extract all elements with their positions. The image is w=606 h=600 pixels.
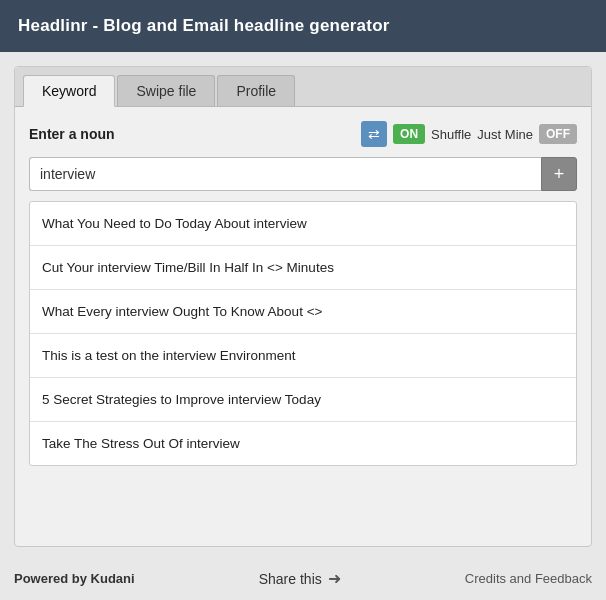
powered-by-brand: Kudani [91, 571, 135, 586]
app-header: Headlinr - Blog and Email headline gener… [0, 0, 606, 52]
share-this-button[interactable]: Share this ➜ [259, 569, 341, 588]
share-label: Share this [259, 571, 322, 587]
shuffle-icon-button[interactable]: ⇄ [361, 121, 387, 147]
controls-right: ⇄ ON Shuffle Just Mine OFF [361, 121, 577, 147]
noun-label: Enter a noun [29, 126, 361, 142]
headline-item[interactable]: Cut Your interview Time/Bill In Half In … [30, 246, 576, 290]
powered-by: Powered by Kudani [14, 571, 135, 586]
app-title: Headlinr - Blog and Email headline gener… [18, 16, 390, 35]
headline-item[interactable]: What You Need to Do Today About intervie… [30, 202, 576, 246]
noun-row: Enter a noun ⇄ ON Shuffle Just Mine OFF [29, 121, 577, 147]
shuffle-icon: ⇄ [368, 126, 380, 142]
headline-item[interactable]: This is a test on the interview Environm… [30, 334, 576, 378]
powered-by-prefix: Powered by [14, 571, 91, 586]
credits-link[interactable]: Credits and Feedback [465, 571, 592, 586]
headlines-wrapper: What You Need to Do Today About intervie… [29, 201, 577, 466]
tab-keyword[interactable]: Keyword [23, 75, 115, 107]
main-container: Keyword Swipe file Profile Enter a noun … [14, 66, 592, 547]
tab-swipe-file[interactable]: Swipe file [117, 75, 215, 106]
headlines-container[interactable]: What You Need to Do Today About intervie… [29, 201, 577, 466]
headline-item[interactable]: 5 Secret Strategies to Improve interview… [30, 378, 576, 422]
headline-item[interactable]: Take The Stress Out Of interview [30, 422, 576, 465]
on-toggle-button[interactable]: ON [393, 124, 425, 144]
headline-item[interactable]: What Every interview Ought To Know About… [30, 290, 576, 334]
keyword-input[interactable] [29, 157, 541, 191]
share-arrow-icon: ➜ [328, 569, 341, 588]
just-mine-label: Just Mine [477, 127, 533, 142]
footer: Powered by Kudani Share this ➜ Credits a… [0, 557, 606, 600]
input-row: + [29, 157, 577, 191]
plus-icon: + [554, 164, 565, 185]
off-toggle-button[interactable]: OFF [539, 124, 577, 144]
add-button[interactable]: + [541, 157, 577, 191]
tab-profile[interactable]: Profile [217, 75, 295, 106]
content-area: Enter a noun ⇄ ON Shuffle Just Mine OFF … [15, 107, 591, 476]
shuffle-label: Shuffle [431, 127, 471, 142]
tab-bar: Keyword Swipe file Profile [15, 67, 591, 107]
